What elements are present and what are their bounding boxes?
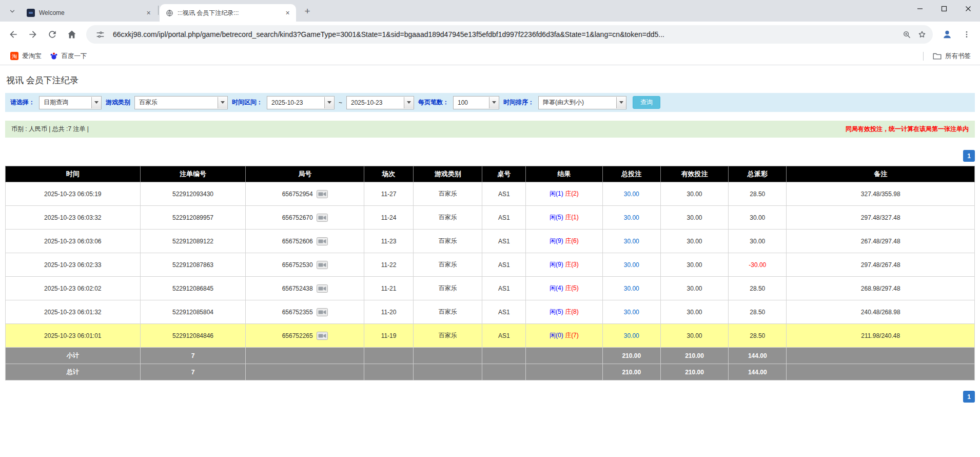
- tab-welcome[interactable]: Welcome ×: [21, 4, 157, 22]
- zoom-icon[interactable]: [899, 27, 914, 42]
- page-size-select[interactable]: 100: [453, 96, 499, 109]
- date-to-value: 2025-10-23: [347, 99, 404, 106]
- cell-bet-id: 522912089122: [140, 230, 246, 253]
- currency-total-text: 币别 : 人民币 | 总共 :7 注单 |: [11, 125, 89, 134]
- total-payout: 144.00: [729, 364, 787, 380]
- video-replay-icon[interactable]: [317, 308, 328, 316]
- combo-arrow-icon[interactable]: [489, 97, 499, 108]
- cell-note: 267.48/297.48: [787, 230, 975, 253]
- bookmarks-divider: [923, 52, 924, 61]
- cell-note: 297.48/267.48: [787, 253, 975, 277]
- table-row: 2025-10-23 06:01:32522912085804656752355…: [6, 300, 975, 324]
- home-button[interactable]: [63, 25, 81, 44]
- total-bet-link[interactable]: 30.00: [624, 191, 639, 198]
- col-header-session: 场次: [364, 166, 413, 182]
- cell-table-no: AS1: [482, 206, 526, 230]
- summary-bar: 币别 : 人民币 | 总共 :7 注单 | 同局有效投注，统一计算在该局第一张注…: [5, 121, 975, 138]
- video-replay-icon[interactable]: [317, 214, 328, 222]
- browser-menu-kebab-icon[interactable]: [957, 25, 976, 44]
- cell-table-no: AS1: [482, 324, 526, 348]
- combo-arrow-icon[interactable]: [616, 97, 626, 108]
- tab-close-icon[interactable]: ×: [283, 9, 292, 17]
- time-range-label: 时间区间：: [232, 98, 263, 107]
- total-bet-link[interactable]: 30.00: [624, 238, 639, 245]
- cell-time: 2025-10-23 06:01:01: [6, 324, 141, 348]
- video-replay-icon[interactable]: [317, 261, 328, 269]
- sort-order-select[interactable]: 降幂(由大到小): [538, 96, 626, 109]
- page-1-button[interactable]: 1: [963, 391, 975, 403]
- result-banker: 庄(7): [565, 332, 579, 339]
- tab-search-button[interactable]: [5, 4, 19, 18]
- minimize-button[interactable]: [908, 0, 932, 17]
- result-player: 闲(1): [550, 190, 563, 197]
- combo-arrow-icon[interactable]: [218, 97, 227, 108]
- round-number: 656752355: [282, 309, 313, 316]
- all-bookmarks-button[interactable]: 所有书签: [930, 50, 974, 62]
- round-number: 656752530: [282, 261, 313, 269]
- total-bet-link[interactable]: 30.00: [624, 285, 639, 292]
- cell-round: 656752954: [246, 182, 364, 206]
- new-tab-button[interactable]: +: [300, 4, 315, 18]
- query-mode-select[interactable]: 日期查询: [39, 96, 102, 109]
- bookmark-taobao[interactable]: 淘 爱淘宝: [6, 50, 46, 62]
- combo-arrow-icon[interactable]: [324, 97, 334, 108]
- site-info-icon[interactable]: [92, 27, 108, 42]
- table-row: 2025-10-23 06:01:01522912084846656752265…: [6, 324, 975, 348]
- video-replay-icon[interactable]: [317, 237, 328, 245]
- search-button[interactable]: 查询: [633, 96, 660, 109]
- bookmark-star-icon[interactable]: [914, 27, 930, 42]
- cell-payout: 28.50: [729, 324, 787, 348]
- cell-table-no: AS1: [482, 230, 526, 253]
- cell-game-type: 百家乐: [414, 324, 482, 348]
- profile-avatar-icon[interactable]: [938, 25, 956, 44]
- total-count: 7: [140, 364, 246, 380]
- bookmark-baidu[interactable]: 百度一下: [46, 50, 91, 62]
- tab-divider: [158, 6, 159, 15]
- sort-order-value: 降幂(由大到小): [539, 98, 616, 107]
- tab-betrecord[interactable]: :::视讯 会员下注纪录::: ×: [160, 4, 296, 22]
- address-bar[interactable]: 66cxkj98.com/ipl/portal.php/game/betreco…: [86, 25, 933, 44]
- page-1-button[interactable]: 1: [963, 150, 975, 162]
- cell-round: 656752606: [246, 230, 364, 253]
- date-from-input[interactable]: 2025-10-23: [267, 96, 335, 109]
- total-bet-link[interactable]: 30.00: [624, 261, 639, 269]
- date-to-input[interactable]: 2025-10-23: [346, 96, 414, 109]
- forward-button[interactable]: [24, 25, 42, 44]
- reload-button[interactable]: [43, 25, 62, 44]
- tab-title: Welcome: [39, 9, 140, 16]
- cell-total-bet: 30.00: [602, 206, 660, 230]
- all-bookmarks-label: 所有书签: [945, 52, 971, 61]
- cell-game-type: 百家乐: [414, 277, 482, 300]
- combo-arrow-icon[interactable]: [404, 97, 414, 108]
- video-replay-icon[interactable]: [317, 190, 328, 198]
- cell-round: 656752265: [246, 324, 364, 348]
- combo-arrow-icon[interactable]: [91, 97, 101, 108]
- cell-session: 11-22: [364, 253, 413, 277]
- total-bet-link[interactable]: 30.00: [624, 214, 639, 221]
- result-banker: 庄(3): [565, 261, 579, 268]
- tab-close-icon[interactable]: ×: [144, 9, 153, 17]
- cell-valid-bet: 30.00: [660, 277, 728, 300]
- cell-table-no: AS1: [482, 182, 526, 206]
- cell-result: 闲(9) 庄(3): [526, 253, 602, 277]
- total-bet-link[interactable]: 30.00: [624, 309, 639, 316]
- game-type-select[interactable]: 百家乐: [134, 96, 228, 109]
- video-replay-icon[interactable]: [317, 284, 328, 293]
- video-replay-icon[interactable]: [317, 332, 328, 340]
- close-window-button[interactable]: [956, 0, 980, 17]
- page-size-label: 每页笔数：: [418, 98, 449, 107]
- maximize-button[interactable]: [932, 0, 956, 17]
- total-bet-link[interactable]: 30.00: [624, 332, 639, 339]
- page-size-value: 100: [454, 99, 489, 106]
- back-button[interactable]: [4, 25, 23, 44]
- cell-total-bet: 30.00: [602, 230, 660, 253]
- grand-total-row: 总计 7 210.00 210.00 144.00: [6, 364, 975, 380]
- summary-notice-text: 同局有效投注，统一计算在该局第一张注单内: [846, 125, 969, 134]
- col-header-payout: 总派彩: [729, 166, 787, 182]
- cell-round: 656752355: [246, 300, 364, 324]
- result-player: 闲(4): [550, 284, 563, 292]
- url-text[interactable]: 66cxkj98.com/ipl/portal.php/game/betreco…: [113, 30, 899, 39]
- result-banker: 庄(6): [565, 237, 579, 244]
- cell-bet-id: 522912085804: [140, 300, 246, 324]
- filter-bar: 请选择： 日期查询 游戏类别 百家乐 时间区间： 2025-10-23 ~ 20…: [5, 93, 975, 112]
